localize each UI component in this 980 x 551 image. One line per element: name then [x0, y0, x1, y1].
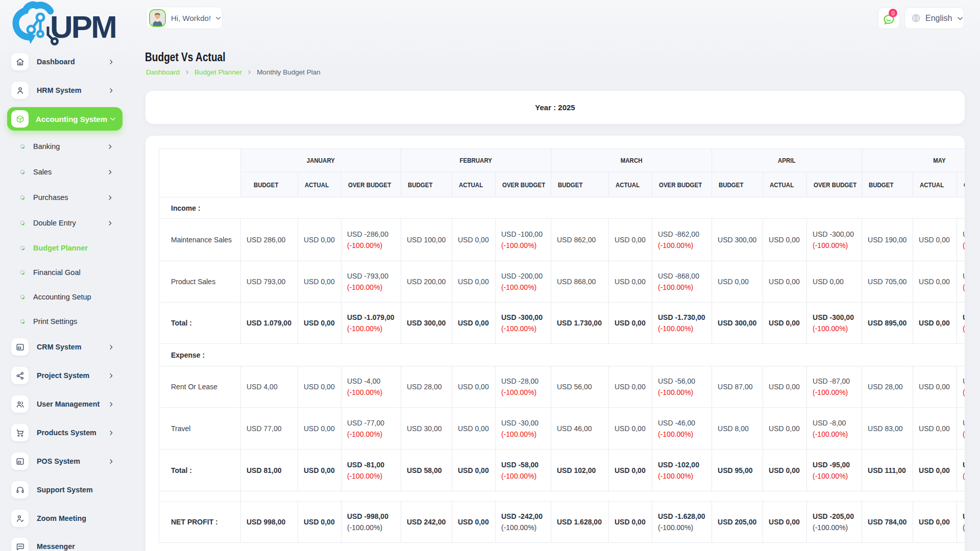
svg-text:UPM: UPM: [50, 9, 116, 44]
